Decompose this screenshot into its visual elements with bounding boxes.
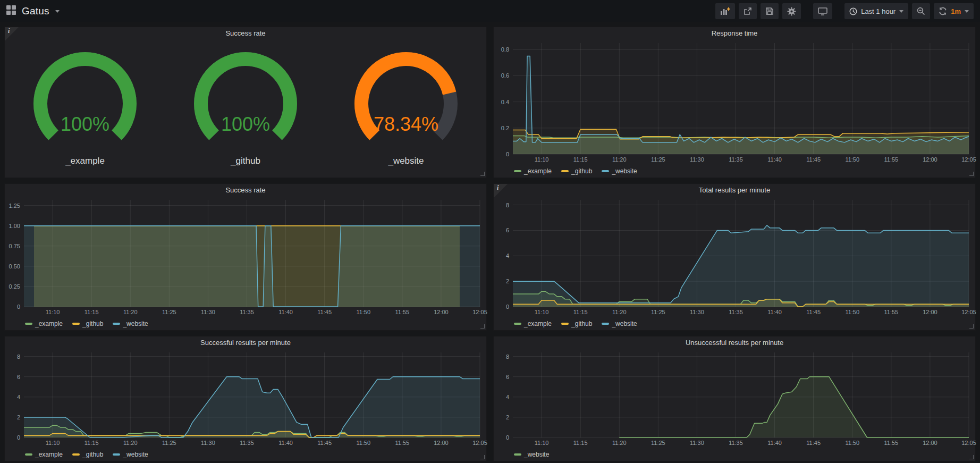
svg-text:11:15: 11:15: [573, 309, 588, 315]
panel-success-rate-graph: Success rate 11:1011:1511:2011:2511:3011…: [4, 183, 487, 331]
successful-results-chart[interactable]: 11:1011:1511:2011:2511:3011:3511:4011:45…: [5, 349, 486, 448]
panel-info-corner-icon[interactable]: [494, 184, 508, 198]
refresh-interval-button[interactable]: 1m: [934, 3, 974, 19]
response-time-chart[interactable]: 11:1011:1511:2011:2511:3011:3511:4011:45…: [494, 40, 975, 165]
legend-swatch-icon: [25, 323, 32, 325]
svg-text:12:05: 12:05: [472, 440, 487, 446]
gauge-github[interactable]: 100%_github: [179, 48, 312, 166]
legend-item-github[interactable]: _github: [561, 320, 592, 327]
save-icon: [765, 7, 774, 15]
legend-label: _website: [123, 451, 148, 458]
dashboard-title[interactable]: Gatus: [22, 5, 49, 17]
gauge-value: 78.34%: [340, 113, 472, 136]
zoom-out-icon: [917, 7, 925, 15]
zoom-out-button[interactable]: [912, 3, 930, 19]
svg-text:4: 4: [506, 394, 509, 400]
refresh-icon: [939, 7, 947, 15]
panel-title[interactable]: Successful results per minute: [5, 336, 486, 349]
legend-label: _example: [35, 320, 63, 327]
legend-item-website[interactable]: _website: [113, 320, 148, 327]
svg-text:11:30: 11:30: [201, 309, 215, 315]
gauge-arc: [340, 48, 472, 155]
svg-text:11:40: 11:40: [278, 309, 293, 315]
legend-item-example[interactable]: _example: [25, 451, 63, 458]
panel-resize-handle[interactable]: [969, 324, 974, 329]
svg-text:11:55: 11:55: [884, 440, 898, 446]
caret-down-icon[interactable]: [55, 10, 60, 13]
svg-text:1.00: 1.00: [9, 223, 20, 229]
svg-text:11:40: 11:40: [278, 440, 293, 446]
settings-button[interactable]: [782, 3, 801, 19]
legend-swatch-icon: [514, 170, 521, 172]
svg-text:8: 8: [17, 353, 20, 360]
svg-text:11:15: 11:15: [573, 440, 588, 446]
svg-text:11:10: 11:10: [46, 440, 60, 446]
legend-item-example[interactable]: _example: [25, 320, 63, 327]
legend-label: _example: [524, 320, 552, 327]
panel-info-corner-icon[interactable]: [5, 27, 19, 41]
panel-resize-handle[interactable]: [969, 455, 974, 459]
svg-text:11:35: 11:35: [729, 156, 743, 163]
svg-text:11:30: 11:30: [690, 440, 704, 446]
svg-text:12:00: 12:00: [923, 156, 937, 163]
legend-swatch-icon: [72, 453, 80, 456]
legend-item-github[interactable]: _github: [561, 167, 592, 175]
legend-item-example[interactable]: _example: [514, 320, 552, 327]
legend-swatch-icon: [514, 453, 521, 456]
gauge-value: 100%: [19, 113, 151, 136]
svg-text:11:15: 11:15: [85, 440, 99, 446]
svg-text:11:45: 11:45: [317, 440, 332, 446]
save-button[interactable]: [761, 3, 779, 19]
legend-item-website[interactable]: _website: [602, 167, 637, 175]
panel-resize-handle[interactable]: [480, 172, 485, 176]
svg-text:0.75: 0.75: [9, 243, 20, 249]
time-range-button[interactable]: Last 1 hour: [844, 3, 908, 19]
legend-item-github[interactable]: _github: [72, 451, 103, 458]
legend-item-website[interactable]: _website: [113, 451, 148, 458]
legend-swatch-icon: [113, 453, 120, 456]
svg-text:11:10: 11:10: [535, 309, 549, 315]
svg-text:11:25: 11:25: [162, 309, 176, 315]
svg-text:11:25: 11:25: [162, 440, 176, 446]
svg-text:11:20: 11:20: [123, 440, 138, 446]
gauge-website[interactable]: 78.34%_website: [340, 48, 472, 166]
svg-text:4: 4: [17, 394, 20, 400]
legend-item-website[interactable]: _website: [514, 451, 549, 458]
svg-text:11:15: 11:15: [85, 309, 99, 315]
legend-item-website[interactable]: _website: [602, 320, 637, 327]
panel-resize-handle[interactable]: [480, 324, 485, 329]
svg-text:11:45: 11:45: [806, 309, 821, 315]
panel-title[interactable]: Success rate: [5, 27, 486, 40]
panel-title[interactable]: Response time: [494, 27, 975, 40]
unsuccessful-results-chart[interactable]: 11:1011:1511:2011:2511:3011:3511:4011:45…: [494, 349, 975, 448]
chart-legend: _example_github_website: [5, 317, 486, 330]
legend-item-github[interactable]: _github: [72, 320, 103, 327]
svg-text:11:55: 11:55: [884, 156, 898, 163]
svg-text:0.2: 0.2: [501, 125, 509, 131]
add-panel-button[interactable]: [715, 3, 735, 19]
caret-down-icon: [965, 10, 969, 13]
legend-label: _example: [35, 451, 63, 458]
chart-legend: _example_github_website: [494, 317, 975, 330]
panel-success-rate-gauges: i Success rate 100%_example100%_github78…: [4, 27, 487, 178]
legend-swatch-icon: [602, 323, 609, 325]
svg-text:0: 0: [506, 434, 509, 441]
panel-title[interactable]: Success rate: [5, 184, 486, 197]
chart-legend: _example_github_website: [5, 448, 486, 461]
legend-label: _github: [571, 320, 592, 327]
legend-swatch-icon: [25, 453, 32, 456]
success-rate-chart[interactable]: 11:1011:1511:2011:2511:3011:3511:4011:45…: [5, 197, 486, 317]
legend-item-example[interactable]: _example: [514, 167, 552, 175]
total-results-chart[interactable]: 11:1011:1511:2011:2511:3011:3511:4011:45…: [494, 197, 975, 317]
tv-mode-button[interactable]: [813, 3, 832, 19]
dashboard-grid-icon[interactable]: [6, 5, 16, 17]
share-button[interactable]: [739, 3, 757, 19]
panel-title[interactable]: Total results per minute: [494, 184, 975, 197]
panel-resize-handle[interactable]: [969, 172, 974, 176]
legend-label: _github: [82, 320, 103, 327]
panel-title[interactable]: Unsuccessful results per minute: [494, 336, 975, 349]
legend-label: _website: [612, 167, 637, 175]
panel-resize-handle[interactable]: [480, 455, 485, 459]
gauge-example[interactable]: 100%_example: [19, 48, 151, 166]
svg-text:11:55: 11:55: [395, 440, 409, 446]
